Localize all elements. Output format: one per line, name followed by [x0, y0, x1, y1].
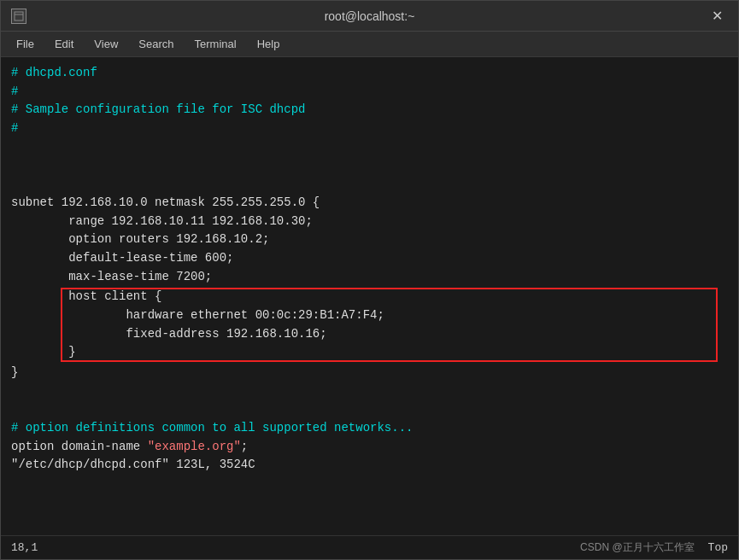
- menu-edit[interactable]: Edit: [46, 34, 82, 54]
- code-line-12: max-lease-time 7200;: [11, 268, 728, 287]
- code-line-5: [11, 138, 728, 157]
- host-line-2: hardware ethernet 00:0c:29:B1:A7:F4;: [11, 306, 728, 325]
- file-info-line: "/etc/dhcp/dhcpd.conf" 123L, 3524C: [11, 456, 728, 475]
- menu-view[interactable]: View: [85, 34, 126, 54]
- host-line-1: host client {: [11, 288, 728, 306]
- host-line-3: fixed-address 192.168.10.16;: [11, 325, 728, 344]
- svg-rect-0: [15, 12, 23, 20]
- menu-terminal[interactable]: Terminal: [186, 34, 245, 54]
- location-text: Top: [708, 541, 728, 554]
- code-line-7: [11, 175, 728, 194]
- code-line-1: # dhcpd.conf: [11, 64, 728, 83]
- close-button[interactable]: ✕: [707, 6, 728, 26]
- title-bar: root@localhost:~ ✕: [1, 1, 738, 32]
- code-line-2: #: [11, 83, 728, 102]
- title-bar-left: [11, 9, 26, 24]
- highlighted-block-wrapper: host client { hardware ethernet 00:0c:29…: [11, 288, 728, 362]
- window-title: root@localhost:~: [325, 9, 415, 23]
- code-line-3: # Sample configuration file for ISC dhcp…: [11, 101, 728, 120]
- menu-file[interactable]: File: [8, 34, 43, 54]
- menu-search[interactable]: Search: [130, 34, 182, 54]
- window-icon: [11, 9, 26, 24]
- terminal-content: # dhcpd.conf # # Sample configuration fi…: [1, 57, 738, 535]
- code-line-8: subnet 192.168.10.0 netmask 255.255.255.…: [11, 194, 728, 213]
- code-line-6: [11, 156, 728, 175]
- menu-bar: File Edit View Search Terminal Help: [1, 32, 738, 57]
- menu-help[interactable]: Help: [249, 34, 289, 54]
- code-line-10: option routers 192.168.10.2;: [11, 230, 728, 249]
- cursor-position: 18,1: [11, 541, 38, 554]
- blank-line-1: [11, 382, 728, 401]
- closing-brace: }: [11, 364, 728, 382]
- terminal-window: root@localhost:~ ✕ File Edit View Search…: [0, 0, 739, 560]
- comment-line: # option definitions common to all suppo…: [11, 419, 728, 438]
- code-line-4: #: [11, 120, 728, 138]
- host-line-4: }: [11, 343, 728, 362]
- domain-name-line: option domain-name "example.org";: [11, 438, 728, 457]
- code-line-11: default-lease-time 600;: [11, 249, 728, 268]
- watermark-text: CSDN @正月十六工作室: [580, 540, 695, 555]
- status-bar: 18,1 CSDN @正月十六工作室 Top: [1, 535, 738, 559]
- status-right: CSDN @正月十六工作室 Top: [580, 540, 728, 555]
- blank-line-2: [11, 400, 728, 419]
- code-line-9: range 192.168.10.11 192.168.10.30;: [11, 213, 728, 231]
